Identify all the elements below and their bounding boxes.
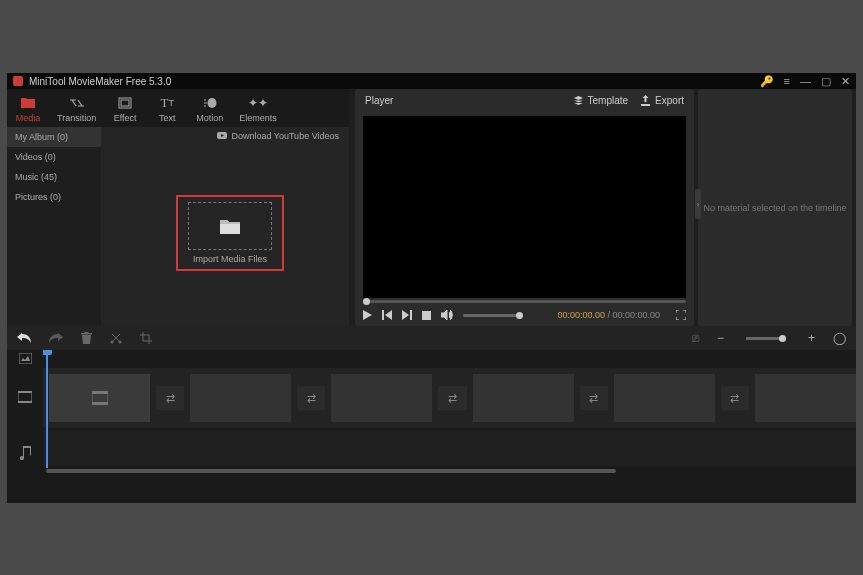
playhead[interactable]	[46, 350, 48, 470]
effect-icon	[118, 96, 132, 111]
album-list: My Album (0) Videos (0) Music (45) Pictu…	[7, 127, 101, 326]
track-header-audio[interactable]	[7, 428, 43, 478]
timeline-ruler[interactable]	[43, 350, 856, 366]
svg-rect-1	[121, 100, 129, 106]
svg-point-5	[111, 341, 114, 344]
zoom-fit-button[interactable]: ◯	[833, 331, 846, 345]
album-my-album[interactable]: My Album (0)	[7, 127, 101, 147]
download-youtube-link[interactable]: Download YouTube Videos	[217, 131, 339, 141]
tab-media-label: Media	[16, 113, 41, 123]
inspector-empty-text: No material selected on the timeline	[703, 203, 846, 213]
transition-slot[interactable]: ⇄	[580, 386, 608, 410]
timecode-total: 00:00:00.00	[612, 310, 660, 320]
import-media-button[interactable]: Import Media Files	[176, 195, 284, 271]
title-bar: MiniTool MovieMaker Free 5.3.0 🔑 ≡ — ▢ ✕	[7, 73, 856, 89]
track-header-picture[interactable]	[7, 350, 43, 366]
transition-slot[interactable]: ⇄	[156, 386, 184, 410]
template-icon	[573, 95, 584, 106]
track-headers	[7, 350, 43, 503]
svg-point-2	[207, 98, 216, 108]
play-button[interactable]	[363, 310, 372, 320]
crop-button[interactable]	[140, 332, 152, 344]
volume-slider[interactable]	[463, 314, 523, 317]
seek-bar[interactable]	[355, 298, 694, 306]
app-logo-icon	[13, 76, 23, 86]
media-area: Download YouTube Videos Import Media Fil…	[101, 127, 349, 326]
next-frame-button[interactable]	[402, 310, 412, 320]
album-pictures[interactable]: Pictures (0)	[7, 187, 101, 207]
timeline-area: ⎚ − + ◯	[7, 326, 856, 503]
track-header-video[interactable]	[7, 366, 43, 428]
album-music[interactable]: Music (45)	[7, 167, 101, 187]
delete-button[interactable]	[81, 332, 92, 344]
folder-icon	[220, 218, 240, 234]
library-panel: Media Transition Effect TT Text	[7, 89, 349, 326]
audio-track[interactable]	[43, 430, 856, 466]
transition-slot[interactable]: ⇄	[297, 386, 325, 410]
player-title: Player	[365, 95, 573, 106]
video-track[interactable]: ⇄ ⇄ ⇄ ⇄ ⇄	[43, 368, 856, 428]
menu-icon[interactable]: ≡	[784, 75, 790, 87]
undo-button[interactable]	[17, 333, 31, 344]
timecode-current: 00:00:00.00	[557, 310, 605, 320]
clip-slot[interactable]	[614, 374, 715, 422]
timeline-settings-icon[interactable]: ⎚	[692, 331, 699, 345]
tab-text-label: Text	[159, 113, 176, 123]
elements-icon: ✦✦	[248, 96, 268, 111]
split-button[interactable]	[110, 332, 122, 344]
tab-media[interactable]: Media	[7, 91, 49, 127]
zoom-out-button[interactable]: −	[717, 331, 724, 345]
clip-slot[interactable]	[331, 374, 432, 422]
scrollbar-thumb[interactable]	[46, 469, 616, 473]
svg-rect-4	[422, 311, 431, 320]
svg-rect-12	[92, 391, 108, 394]
fullscreen-button[interactable]	[676, 310, 686, 320]
template-button[interactable]: Template	[573, 95, 629, 106]
timeline-scrollbar[interactable]	[43, 468, 856, 474]
app-window: MiniTool MovieMaker Free 5.3.0 🔑 ≡ — ▢ ✕…	[7, 73, 856, 503]
tab-effect[interactable]: Effect	[104, 91, 146, 127]
timeline-tracks[interactable]: ⇄ ⇄ ⇄ ⇄ ⇄	[43, 350, 856, 503]
folder-icon	[21, 96, 35, 111]
volume-icon[interactable]	[441, 310, 453, 320]
close-button[interactable]: ✕	[841, 75, 850, 88]
transition-slot[interactable]: ⇄	[438, 386, 466, 410]
player-viewport[interactable]	[363, 116, 686, 298]
tab-motion[interactable]: Motion	[188, 91, 231, 127]
export-label: Export	[655, 95, 684, 106]
clip-slot[interactable]	[473, 374, 574, 422]
seek-thumb[interactable]	[363, 298, 370, 305]
tab-motion-label: Motion	[196, 113, 223, 123]
svg-rect-10	[18, 401, 32, 403]
svg-point-6	[119, 341, 122, 344]
clip-slot[interactable]	[49, 374, 150, 422]
zoom-in-button[interactable]: +	[808, 331, 815, 345]
album-videos[interactable]: Videos (0)	[7, 147, 101, 167]
license-key-icon[interactable]: 🔑	[760, 75, 774, 88]
export-icon	[640, 95, 651, 106]
main-toolbar: Media Transition Effect TT Text	[7, 89, 349, 127]
download-icon	[217, 132, 227, 141]
clip-placeholder-icon	[92, 391, 108, 405]
motion-icon	[203, 96, 217, 111]
stop-button[interactable]	[422, 311, 431, 320]
maximize-button[interactable]: ▢	[821, 75, 831, 88]
clip-slot[interactable]	[755, 374, 856, 422]
prev-frame-button[interactable]	[382, 310, 392, 320]
player-panel: Player Template Export	[355, 89, 694, 326]
tab-text[interactable]: TT Text	[146, 91, 188, 127]
panel-collapse-handle[interactable]: ›	[695, 189, 701, 219]
redo-button[interactable]	[49, 333, 63, 344]
tab-transition[interactable]: Transition	[49, 91, 104, 127]
inspector-panel: › No material selected on the timeline	[698, 89, 852, 326]
tab-transition-label: Transition	[57, 113, 96, 123]
clip-slot[interactable]	[190, 374, 291, 422]
zoom-slider[interactable]	[746, 337, 786, 340]
transition-icon	[69, 96, 85, 111]
svg-rect-7	[19, 353, 32, 364]
tab-elements[interactable]: ✦✦ Elements	[231, 91, 285, 127]
minimize-button[interactable]: —	[800, 75, 811, 87]
export-button[interactable]: Export	[640, 95, 684, 106]
timeline-toolbar: ⎚ − + ◯	[7, 326, 856, 350]
transition-slot[interactable]: ⇄	[721, 386, 749, 410]
